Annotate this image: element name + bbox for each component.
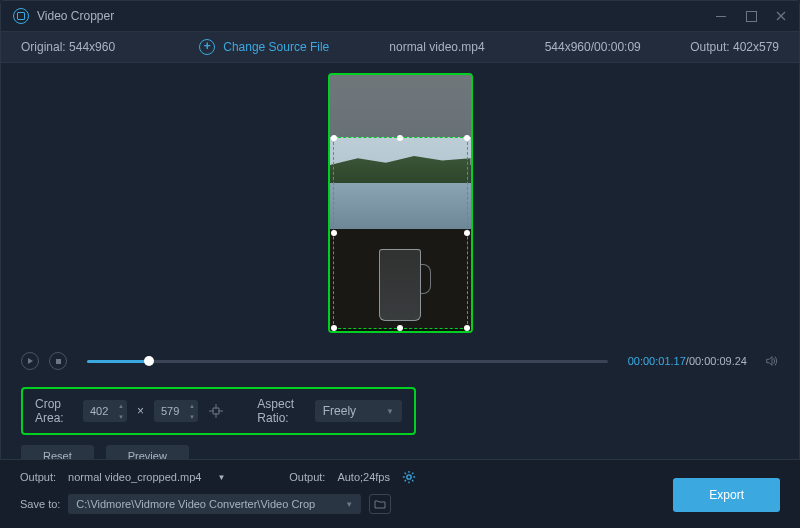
export-button[interactable]: Export	[673, 478, 780, 512]
preview-area	[1, 63, 799, 343]
output-settings-value: Auto;24fps	[337, 471, 390, 483]
output-file-label: Output:	[20, 471, 56, 483]
info-bar: Original: 544x960 Change Source File nor…	[1, 31, 799, 63]
gear-icon[interactable]	[402, 470, 416, 484]
window-title: Video Cropper	[37, 9, 114, 23]
save-to-label: Save to:	[20, 498, 60, 510]
bottom-panel: Output: normal video_cropped.mp4 ▼ Outpu…	[0, 459, 800, 528]
crop-height-input[interactable]: ▲▼	[154, 400, 198, 422]
output-filename: normal video_cropped.mp4	[68, 471, 201, 483]
crop-handle-tl[interactable]	[331, 135, 337, 141]
aspect-ratio-label: Aspect Ratio:	[257, 397, 304, 425]
aspect-ratio-select[interactable]: Freely	[315, 400, 402, 422]
change-source-button[interactable]: Change Source File	[199, 39, 329, 55]
time-current: 00:00:01.17	[628, 355, 686, 367]
width-up[interactable]: ▲	[115, 400, 127, 411]
app-icon	[13, 8, 29, 24]
stop-button[interactable]	[49, 352, 67, 370]
maximize-button[interactable]	[745, 10, 757, 22]
output-settings-label: Output:	[289, 471, 325, 483]
output-dims: 402x579	[733, 40, 779, 54]
original-label: Original:	[21, 40, 66, 54]
center-crop-icon[interactable]	[208, 401, 224, 421]
crop-area-label: Crop Area:	[35, 397, 73, 425]
video-frame[interactable]	[328, 73, 473, 333]
minimize-button[interactable]	[715, 10, 727, 22]
time-total: 00:00:09.24	[689, 355, 747, 367]
output-label: Output:	[690, 40, 729, 54]
save-path-select[interactable]: C:\Vidmore\Vidmore Video Converter\Video…	[68, 494, 361, 514]
titlebar: Video Cropper	[1, 1, 799, 31]
change-source-label: Change Source File	[223, 40, 329, 54]
crop-handle-mr[interactable]	[464, 230, 470, 236]
output-file-chevron-icon[interactable]: ▼	[217, 473, 225, 482]
width-down[interactable]: ▼	[115, 411, 127, 422]
crop-handle-bl[interactable]	[331, 325, 337, 331]
svg-point-0	[407, 475, 411, 479]
crop-handle-tr[interactable]	[464, 135, 470, 141]
crop-handle-ml[interactable]	[331, 230, 337, 236]
crop-handle-tm[interactable]	[397, 135, 403, 141]
crop-handle-br[interactable]	[464, 325, 470, 331]
volume-icon[interactable]	[765, 354, 779, 368]
original-dims: 544x960	[69, 40, 115, 54]
play-button[interactable]	[21, 352, 39, 370]
crop-handle-bm[interactable]	[397, 325, 403, 331]
folder-icon	[374, 499, 386, 509]
open-folder-button[interactable]	[369, 494, 391, 514]
source-filename: normal video.mp4	[389, 40, 484, 54]
dims-sep: ×	[137, 404, 144, 418]
progress-slider[interactable]	[87, 360, 608, 363]
crop-width-field[interactable]	[83, 405, 115, 417]
aspect-ratio-value: Freely	[323, 404, 356, 418]
save-path-value: C:\Vidmore\Vidmore Video Converter\Video…	[76, 498, 315, 510]
time-display: 00:00:01.17/00:00:09.24	[628, 355, 747, 367]
crop-settings-panel: Crop Area: ▲▼ × ▲▼ Aspect Ratio: Freely	[21, 387, 416, 435]
height-up[interactable]: ▲	[186, 400, 198, 411]
height-down[interactable]: ▼	[186, 411, 198, 422]
crop-rectangle[interactable]	[333, 137, 468, 329]
crop-width-input[interactable]: ▲▼	[83, 400, 127, 422]
playback-bar: 00:00:01.17/00:00:09.24	[1, 343, 799, 379]
crop-height-field[interactable]	[154, 405, 186, 417]
close-button[interactable]	[775, 10, 787, 22]
plus-circle-icon	[199, 39, 215, 55]
source-info: 544x960/00:00:09	[545, 40, 641, 54]
